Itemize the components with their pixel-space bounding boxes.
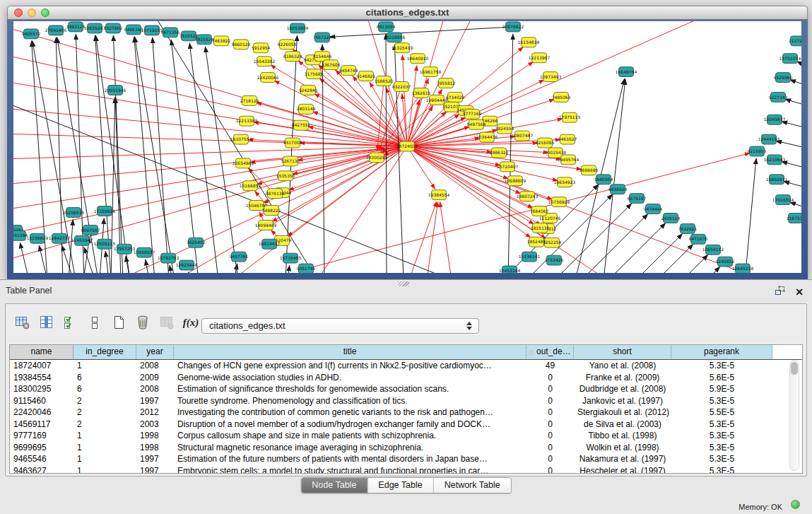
- new-document-icon[interactable]: [110, 314, 127, 331]
- graph-node[interactable]: 15166852: [240, 181, 261, 191]
- graph-node[interactable]: 15218506: [384, 33, 406, 42]
- graph-node[interactable]: 7625402: [187, 238, 206, 247]
- graph-node[interactable]: 15716485: [280, 253, 302, 263]
- graph-node[interactable]: 12505115: [94, 239, 116, 249]
- graph-node[interactable]: 20053346: [105, 85, 126, 95]
- graph-node[interactable]: 18300295: [366, 153, 388, 163]
- graph-node[interactable]: 15720407: [497, 162, 519, 172]
- graph-node[interactable]: 6216065: [536, 138, 555, 148]
- graph-node[interactable]: 6466160: [124, 25, 143, 35]
- graph-node[interactable]: 8471676: [689, 234, 708, 244]
- graph-node[interactable]: 17957253: [114, 244, 136, 254]
- close-panel-icon[interactable]: ✕: [795, 287, 804, 297]
- graph-node[interactable]: 9129966: [774, 73, 793, 83]
- graph-node[interactable]: 17975115: [559, 112, 581, 122]
- scrollbar-thumb[interactable]: [791, 362, 798, 375]
- graph-node[interactable]: 10719155: [141, 25, 163, 35]
- graph-node[interactable]: 9463627: [558, 134, 577, 144]
- graph-node[interactable]: 9051745: [297, 264, 316, 273]
- graph-node[interactable]: 1167531: [787, 213, 801, 223]
- graph-node[interactable]: 8878134: [266, 189, 285, 199]
- table-row[interactable]: 977716911998Corpus callosum shape and si…: [10, 430, 802, 442]
- graph-node[interactable]: 1535350: [276, 171, 295, 181]
- graph-node[interactable]: 19384554: [428, 190, 450, 200]
- graph-node[interactable]: 12213967: [529, 53, 551, 63]
- graph-node[interactable]: 10453344: [499, 266, 521, 273]
- graph-node[interactable]: 8186328: [283, 52, 302, 62]
- graph-node[interactable]: 20206535: [63, 208, 85, 218]
- trash-icon[interactable]: [134, 314, 151, 331]
- tab-node-table[interactable]: Node Table: [301, 478, 367, 493]
- graph-node[interactable]: 19654923: [554, 177, 576, 187]
- column-header-name[interactable]: name: [10, 345, 73, 359]
- graph-node[interactable]: 5498222: [262, 206, 281, 216]
- column-header-in_degree[interactable]: in_degree: [73, 345, 136, 359]
- graph-node[interactable]: 9457791: [230, 252, 249, 262]
- table-row[interactable]: 911546021997Tourette syndrome. Phenomeno…: [10, 395, 802, 407]
- graph-node[interactable]: 16648784: [616, 67, 637, 77]
- graph-node[interactable]: 9777169: [463, 109, 482, 119]
- column-visibility-icon[interactable]: [38, 314, 55, 331]
- graph-node[interactable]: 12213389: [236, 116, 258, 126]
- graph-node[interactable]: 2986322: [490, 148, 509, 158]
- graph-node[interactable]: 9474444: [644, 204, 663, 214]
- graph-node[interactable]: 27691406: [45, 25, 67, 35]
- vertical-scrollbar[interactable]: [789, 360, 799, 471]
- graph-node[interactable]: 12654982: [233, 158, 254, 168]
- graph-node[interactable]: 7632621: [678, 223, 698, 233]
- graph-node[interactable]: 2367608: [322, 60, 341, 70]
- graph-node[interactable]: 9405572: [22, 29, 41, 39]
- graph-node[interactable]: 20876822: [502, 22, 524, 32]
- graph-node[interactable]: 1527602: [104, 23, 123, 33]
- table-row[interactable]: 1872400712008Changes of HCN gene express…: [10, 360, 802, 372]
- graph-node[interactable]: 6497568: [467, 119, 486, 129]
- graph-node[interactable]: 2718129: [240, 95, 259, 105]
- graph-node[interactable]: 1588520: [375, 76, 394, 86]
- table-row[interactable]: 1830029562008Estimation of significance …: [10, 383, 802, 395]
- graph-node[interactable]: 7815524: [195, 35, 214, 45]
- graph-node[interactable]: 12093877: [764, 115, 786, 124]
- graph-node[interactable]: 17016504: [772, 195, 794, 205]
- graph-node[interactable]: 7463822: [212, 36, 231, 46]
- graph-node[interactable]: 7557224: [313, 33, 332, 42]
- table-settings-icon[interactable]: [14, 314, 31, 331]
- graph-node[interactable]: 15136141: [519, 252, 541, 262]
- graph-node[interactable]: 19495764: [558, 155, 579, 165]
- graph-node[interactable]: 1117205: [789, 36, 801, 46]
- minimize-button[interactable]: [28, 8, 36, 17]
- graph-node[interactable]: 3931594: [13, 230, 28, 240]
- float-window-icon[interactable]: [775, 286, 786, 298]
- graph-node[interactable]: 7485063: [552, 92, 571, 102]
- graph-node[interactable]: 11325419: [392, 43, 413, 53]
- graph-node[interactable]: 8813054: [377, 22, 396, 32]
- graph-node[interactable]: 1993126: [66, 22, 86, 32]
- graph-node[interactable]: 14099489: [255, 220, 277, 230]
- column-header-year[interactable]: year: [136, 345, 174, 359]
- graph-node[interactable]: 16154838: [518, 37, 540, 47]
- graph-node[interactable]: 5267130: [281, 156, 300, 166]
- graph-node[interactable]: 6671355: [161, 28, 180, 37]
- graph-node[interactable]: 10756928: [548, 197, 570, 207]
- graph-node[interactable]: 6679197: [628, 194, 647, 204]
- select-all-icon[interactable]: [62, 314, 79, 331]
- clear-selection-icon[interactable]: [86, 314, 103, 331]
- table-row[interactable]: 969969511998Structural magnetic resonanc…: [10, 442, 802, 454]
- graph-node[interactable]: 16210643: [764, 155, 786, 165]
- graph-node[interactable]: 3824554: [495, 124, 514, 134]
- graph-node[interactable]: 7955812: [437, 78, 456, 88]
- column-header-pagerank[interactable]: pagerank: [671, 345, 772, 359]
- graph-node[interactable]: 16107553: [230, 134, 252, 144]
- column-header-out_degree[interactable]: △out_de…: [526, 345, 574, 359]
- graph-node[interactable]: 20364436: [476, 132, 498, 142]
- graph-node[interactable]: 9699695: [579, 165, 599, 175]
- table-row[interactable]: 2242004622012Investigating the contribut…: [10, 407, 802, 419]
- graph-node[interactable]: 18640910: [407, 54, 429, 64]
- graph-node[interactable]: 7684067: [530, 206, 549, 216]
- graph-node[interactable]: 16961758: [420, 67, 442, 77]
- graph-node[interactable]: 15892971: [766, 175, 788, 185]
- graph-node[interactable]: 16053809: [287, 23, 309, 33]
- function-builder-icon[interactable]: f(x): [182, 314, 199, 331]
- graph-node[interactable]: 16782753: [158, 253, 180, 263]
- table-selector[interactable]: citations_edges.txt: [201, 318, 479, 334]
- graph-node[interactable]: 10688609: [505, 176, 526, 186]
